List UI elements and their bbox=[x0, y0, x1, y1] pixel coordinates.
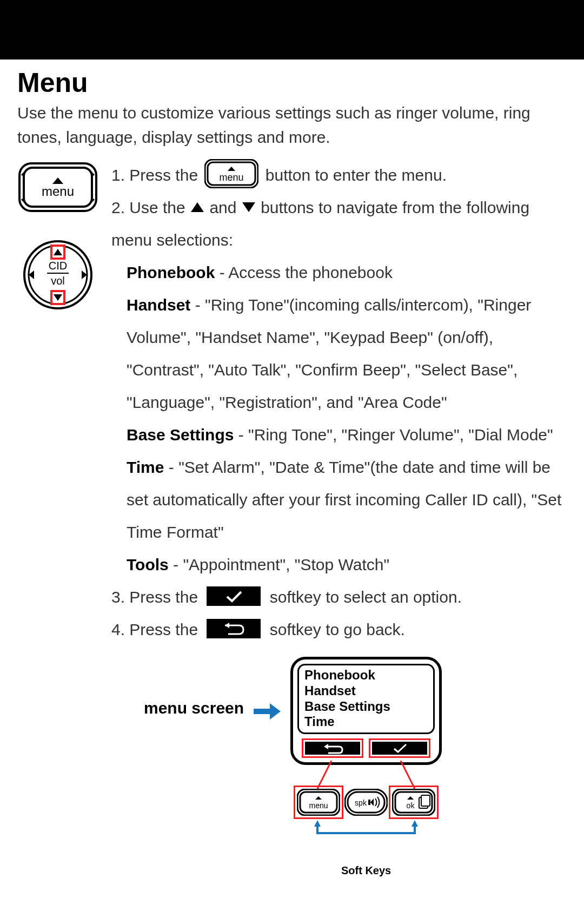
step-1-suffix: button to enter the menu. bbox=[266, 166, 447, 184]
step-4-prefix: 4. Press the bbox=[111, 621, 202, 638]
dial-cid-label: CID bbox=[49, 260, 67, 272]
figure-arrow-icon bbox=[254, 657, 281, 722]
submenu-base-text: - "Ring Tone", "Ringer Volume", "Dial Mo… bbox=[234, 426, 553, 444]
submenu-handset-label: Handset bbox=[127, 296, 190, 314]
menu-screen-figure: menu screen Phonebook Handset Base Setti… bbox=[111, 657, 567, 877]
svg-marker-16 bbox=[225, 623, 229, 628]
menu-button-large-label: menu bbox=[42, 184, 74, 199]
device-lcd-figure: Phonebook Handset Base Settings Time bbox=[290, 657, 442, 877]
intro-paragraph: Use the menu to customize various settin… bbox=[17, 101, 567, 149]
svg-text:menu: menu bbox=[220, 172, 244, 183]
step-3-prefix: 3. Press the bbox=[111, 588, 202, 606]
figure-label: menu screen bbox=[144, 657, 244, 717]
connector-lines bbox=[290, 761, 442, 793]
submenu-tools-text: - "Appointment", "Stop Watch" bbox=[169, 556, 389, 573]
step-2-mid: and bbox=[209, 199, 241, 216]
step-1-prefix: 1. Press the bbox=[111, 166, 202, 184]
svg-rect-17 bbox=[254, 709, 270, 714]
svg-line-20 bbox=[317, 761, 331, 789]
down-arrow-icon bbox=[242, 202, 255, 212]
dial-vol-label: vol bbox=[51, 275, 65, 287]
softkeys-caption: Soft Keys bbox=[290, 864, 442, 877]
lcd-item-3: Time bbox=[304, 714, 428, 730]
step-4: 4. Press the softkey to go back. bbox=[111, 613, 567, 646]
step-4-suffix: softkey to go back. bbox=[270, 621, 405, 638]
navigation-dial-icon: CID vol bbox=[22, 239, 94, 311]
submenu-list: Phonebook - Access the phonebook Handset… bbox=[111, 256, 567, 581]
svg-rect-34 bbox=[421, 795, 430, 806]
svg-text:ok: ok bbox=[407, 801, 415, 810]
back-softkey-icon bbox=[207, 619, 261, 638]
lcd-item-2: Base Settings bbox=[304, 699, 428, 715]
lcd-item-0: Phonebook bbox=[304, 668, 428, 683]
svg-text:spk: spk bbox=[355, 798, 367, 807]
step-3: 3. Press the softkey to select an option… bbox=[111, 581, 567, 613]
menu-button-large-icon: menu bbox=[18, 162, 97, 212]
step-1: 1. Press the menu button to enter the me… bbox=[111, 159, 567, 192]
hw-key-menu: menu bbox=[297, 789, 340, 816]
page-content: Menu Use the menu to customize various s… bbox=[0, 60, 584, 899]
svg-marker-19 bbox=[324, 744, 328, 749]
step-2: 2. Use the and buttons to navigate from … bbox=[111, 192, 567, 256]
right-text-column: 1. Press the menu button to enter the me… bbox=[111, 159, 567, 877]
menu-button-inline-icon: menu bbox=[204, 159, 258, 188]
hw-key-spk: spk bbox=[344, 789, 388, 816]
submenu-time-text: - "Set Alarm", "Date & Time"(the date an… bbox=[127, 458, 561, 541]
svg-marker-35 bbox=[314, 820, 321, 827]
left-icon-column: menu CID vol bbox=[17, 159, 98, 877]
submenu-time-label: Time bbox=[127, 458, 164, 476]
page-title: Menu bbox=[17, 67, 567, 98]
checkmark-softkey-icon bbox=[207, 586, 261, 606]
submenu-phonebook-text: - Access the phonebook bbox=[215, 263, 393, 281]
svg-marker-18 bbox=[270, 703, 281, 720]
lcd-item-1: Handset bbox=[304, 683, 428, 699]
submenu-phonebook-label: Phonebook bbox=[127, 263, 215, 281]
hw-key-ok: ok bbox=[392, 789, 435, 816]
lcd-softkey-back bbox=[302, 738, 363, 758]
submenu-base-label: Base Settings bbox=[127, 426, 234, 444]
step-2-prefix: 2. Use the bbox=[111, 199, 190, 216]
submenu-tools-label: Tools bbox=[127, 556, 169, 573]
top-black-bar bbox=[0, 0, 584, 60]
svg-text:menu: menu bbox=[309, 801, 328, 810]
svg-marker-36 bbox=[412, 820, 418, 827]
up-arrow-icon bbox=[191, 202, 204, 212]
svg-line-21 bbox=[401, 761, 415, 789]
lcd-softkey-ok bbox=[369, 738, 430, 758]
step-3-suffix: softkey to select an option. bbox=[270, 588, 462, 606]
softkeys-bracket-icon bbox=[290, 820, 442, 842]
